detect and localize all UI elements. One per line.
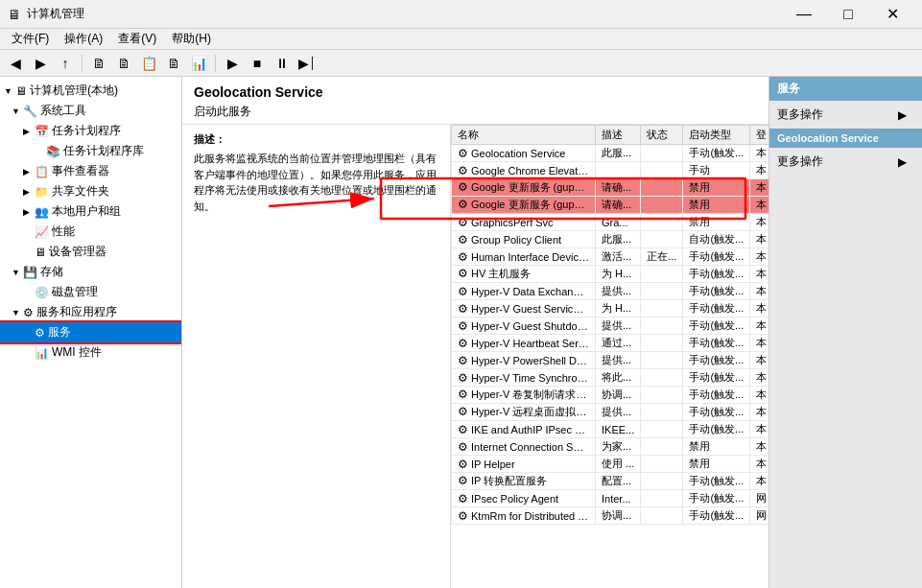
col-desc[interactable]: 描述 [596, 126, 641, 145]
cell-name: ⚙GraphicsPerf Svc [452, 214, 596, 231]
table-row[interactable]: ⚙Internet Connection Shari...为家...禁用本 [452, 438, 769, 456]
menu-help[interactable]: 帮助(H) [164, 29, 219, 49]
toolbar-btn-4[interactable]: 🗎 [162, 53, 185, 74]
table-row[interactable]: ⚙Hyper-V Heartbeat Service通过...手动(触发...本 [452, 335, 769, 352]
menu-action[interactable]: 操作(A) [57, 29, 110, 49]
sidebar-item-system-tools[interactable]: ▼ 🔧 系统工具 [0, 101, 181, 121]
col-startup[interactable]: 启动类型 [683, 126, 750, 145]
table-row[interactable]: ⚙Hyper-V 远程桌面虚拟化...提供...手动(触发...本 [452, 404, 769, 421]
cell-startup: 手动(触发... [683, 421, 750, 438]
right-panel: 服务 更多操作 ▶ Geolocation Service 更多操作 ▶ [768, 77, 922, 588]
cell-name: ⚙Google 更新服务 (gupdate) [452, 179, 596, 197]
cell-status [641, 490, 683, 507]
col-status[interactable]: 状态 [641, 126, 683, 145]
cell-desc: IKEE... [596, 421, 641, 438]
close-button[interactable]: ✕ [870, 0, 914, 29]
forward-button[interactable]: ▶ [29, 53, 52, 74]
cell-login: 本 [750, 456, 768, 473]
menu-file[interactable]: 文件(F) [4, 29, 57, 49]
table-row[interactable]: ⚙IP 转换配置服务配置...手动(触发...本 [452, 473, 769, 490]
back-button[interactable]: ◀ [4, 53, 27, 74]
table-row[interactable]: ⚙IP Helper使用 ...禁用本 [452, 456, 769, 473]
sidebar-item-event-viewer[interactable]: ▶ 📋 事件查看器 [0, 161, 181, 181]
content-area: Geolocation Service 启动此服务 描述： 此服务将监视系统的当… [182, 77, 768, 588]
right-panel-geo-section: 更多操作 ▶ [769, 148, 922, 176]
cell-status [641, 179, 683, 197]
cell-status [641, 318, 683, 335]
expand-icon[interactable]: ▼ [4, 86, 13, 96]
minimize-button[interactable]: — [782, 0, 826, 29]
table-row[interactable]: ⚙Hyper-V Guest Service In...为 H...手动(触发.… [452, 300, 769, 318]
sidebar-label: 服务 [48, 324, 71, 341]
sidebar-label: 性能 [52, 223, 75, 240]
cell-name: ⚙Human Interface Device ... [452, 248, 596, 266]
toolbar-separator-1 [82, 55, 83, 72]
table-row[interactable]: ⚙Human Interface Device ...激活...正在...手动(… [452, 248, 769, 266]
sidebar-item-wmi[interactable]: 📊 WMI 控件 [0, 342, 181, 363]
pause-button[interactable]: ⏸ [271, 53, 294, 74]
sidebar-item-local-users[interactable]: ▶ 👥 本地用户和组 [0, 201, 181, 222]
start-service-link[interactable]: 启动此服务 [194, 105, 251, 118]
step-button[interactable]: ▶⏐ [296, 53, 319, 74]
stop-button[interactable]: ■ [246, 53, 269, 74]
cell-status [641, 214, 683, 231]
table-row[interactable]: ⚙IPsec Policy AgentInter...手动(触发...网 [452, 490, 769, 507]
cell-status [641, 456, 683, 473]
sidebar-item-task-scheduler[interactable]: ▶ 📅 任务计划程序 [0, 121, 181, 141]
right-panel-more-actions-1[interactable]: 更多操作 ▶ [769, 105, 922, 125]
cell-desc: 将此... [596, 369, 641, 387]
toolbar-btn-1[interactable]: 🗎 [87, 53, 110, 74]
table-row[interactable]: ⚙Group Policy Client此服...自动(触发...本 [452, 231, 769, 248]
table-row[interactable]: ⚙Google 更新服务 (gupdat...请确...禁用本 [452, 197, 769, 214]
toolbar-btn-3[interactable]: 📋 [137, 53, 160, 74]
table-row[interactable]: ⚙HV 主机服务为 H...手动(触发...本 [452, 266, 769, 283]
table-row[interactable]: ⚙IKE and AuthIP IPsec Key...IKEE...手动(触发… [452, 421, 769, 438]
services-area: 描述： 此服务将监视系统的当前位置并管理地理围栏（具有客户端事件的地理位置）。如… [182, 125, 768, 588]
cell-name: ⚙Google Chrome Elevatio... [452, 162, 596, 179]
sidebar-item-storage[interactable]: ▼ 💾 存储 [0, 262, 181, 282]
cell-login: 本 [750, 214, 768, 231]
description-text: 此服务将监视系统的当前位置并管理地理围栏（具有客户端事件的地理位置）。如果您停用… [194, 151, 438, 214]
sidebar-item-services-apps[interactable]: ▼ ⚙ 服务和应用程序 [0, 302, 181, 322]
cell-startup: 手动(触发... [683, 507, 750, 525]
sidebar-item-services[interactable]: ⚙ 服务 [0, 322, 181, 342]
toolbar-btn-2[interactable]: 🗎 [112, 53, 135, 74]
sidebar-item-task-library[interactable]: 📚 任务计划程序库 [0, 141, 181, 161]
maximize-button[interactable]: □ [826, 0, 870, 29]
sidebar-label: 任务计划程序库 [63, 143, 144, 159]
table-row[interactable]: ⚙Hyper-V Time Synchroniz...将此...手动(触发...… [452, 369, 769, 387]
menu-view[interactable]: 查看(V) [110, 29, 164, 49]
cell-desc: 通过... [596, 335, 641, 352]
table-row[interactable]: ⚙KtmRm for Distributed Tr...协调...手动(触发..… [452, 507, 769, 525]
cell-desc: 配置... [596, 473, 641, 490]
toolbar-btn-5[interactable]: 📊 [187, 53, 210, 74]
table-row[interactable]: ⚙Google Chrome Elevatio...手动本 [452, 162, 769, 179]
col-name[interactable]: 名称 [452, 126, 596, 145]
sidebar-item-device-manager[interactable]: 🖥 设备管理器 [0, 242, 181, 262]
table-row[interactable]: ⚙Geolocation Service此服...手动(触发...本 [452, 145, 769, 162]
table-row[interactable]: ⚙Hyper-V 卷复制制请求服务协调...手动(触发...本 [452, 387, 769, 404]
play-button[interactable]: ▶ [221, 53, 244, 74]
sidebar-label: 事件查看器 [52, 163, 109, 179]
sidebar-root[interactable]: ▼ 🖥 计算机管理(本地) [0, 81, 181, 101]
sidebar-label: 共享文件夹 [52, 183, 109, 200]
sidebar-item-shared-folders[interactable]: ▶ 📁 共享文件夹 [0, 181, 181, 201]
sidebar: ▼ 🖥 计算机管理(本地) ▼ 🔧 系统工具 ▶ 📅 任务计划程序 📚 任务计划… [0, 77, 182, 588]
cell-login: 本 [750, 231, 768, 248]
cell-status [641, 266, 683, 283]
app-icon: 🖥 [8, 7, 21, 22]
table-row[interactable]: ⚙Hyper-V PowerShell Dire...提供...手动(触发...… [452, 352, 769, 369]
table-row[interactable]: ⚙Google 更新服务 (gupdate)请确...禁用本 [452, 179, 769, 197]
col-login[interactable]: 登 [750, 126, 768, 145]
toolbar: ◀ ▶ ↑ 🗎 🗎 📋 🗎 📊 ▶ ■ ⏸ ▶⏐ [0, 50, 922, 77]
table-row[interactable]: ⚙GraphicsPerf SvcGra...禁用本 [452, 214, 769, 231]
table-row[interactable]: ⚙Hyper-V Data Exchange ...提供...手动(触发...本 [452, 283, 769, 300]
services-table-area[interactable]: 名称 描述 状态 启动类型 登 ⚙Geolocation Service此服..… [451, 125, 768, 588]
sidebar-item-performance[interactable]: 📈 性能 [0, 222, 181, 242]
cell-status [641, 300, 683, 318]
cell-login: 本 [750, 387, 768, 404]
up-button[interactable]: ↑ [54, 53, 77, 74]
right-panel-more-actions-2[interactable]: 更多操作 ▶ [769, 152, 922, 172]
sidebar-item-disk-management[interactable]: 💿 磁盘管理 [0, 282, 181, 302]
table-row[interactable]: ⚙Hyper-V Guest Shutdown...提供...手动(触发...本 [452, 318, 769, 335]
